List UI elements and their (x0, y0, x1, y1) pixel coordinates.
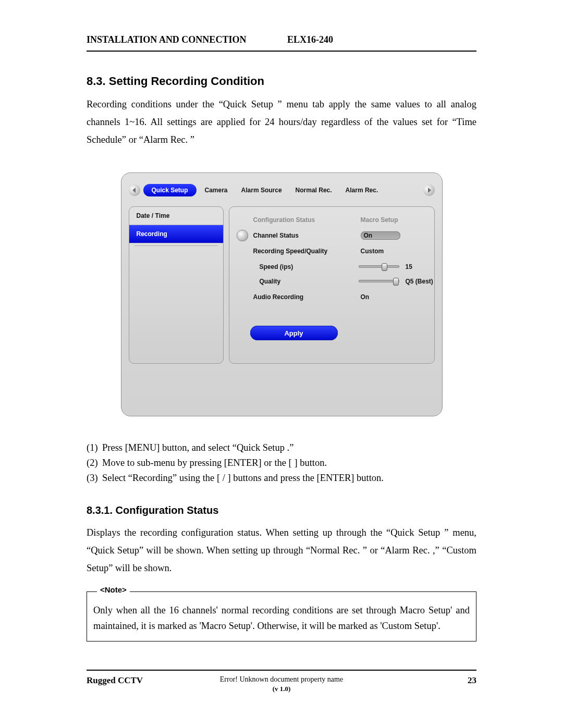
step-1: (1)Press [MENU] button, and select “Quic… (87, 440, 476, 455)
slider-quality-thumb[interactable] (393, 278, 399, 286)
slider-quality[interactable] (359, 277, 399, 285)
step-2-text: Move to sub-menu by pressing [ENTER] or … (102, 458, 327, 468)
label-recording-speed-quality: Recording Speed/Quality (253, 245, 328, 257)
label-speed-ips: Speed (ips) (260, 261, 293, 273)
value-channel-status-text: On (364, 232, 373, 239)
tabs-prev-icon[interactable] (129, 184, 140, 196)
step-3-text: Select “Recording” using the [ / ] butto… (102, 473, 384, 483)
footer-mid-line2: (v 1.0) (87, 685, 476, 693)
sidebar-item-date-time[interactable]: Date / Time (129, 207, 223, 225)
slider-speed-thumb[interactable] (382, 263, 387, 271)
subsection-body: Displays the recording configuration sta… (87, 524, 476, 577)
jog-icon[interactable] (237, 230, 248, 241)
footer-mid-line1: Error! Unknown document property name (87, 675, 476, 684)
apply-button[interactable]: Apply (250, 326, 338, 340)
sidebar: Date / Time Recording (129, 206, 224, 364)
step-3: (3)Select “Recording” using the [ / ] bu… (87, 471, 476, 486)
svg-marker-0 (132, 188, 136, 193)
sidebar-divider (134, 245, 218, 246)
footer-page-number: 23 (468, 675, 476, 686)
note-body: Only when all the 16 channels' normal re… (93, 602, 470, 634)
tab-camera[interactable]: Camera (200, 184, 233, 196)
steps-list: (1)Press [MENU] button, and select “Quic… (87, 440, 476, 486)
value-macro-setup: Macro Setup (361, 214, 398, 226)
note-box: Only when all the 16 channels' normal re… (87, 591, 476, 641)
section-intro: Recording conditions under the “Quick Se… (87, 95, 476, 149)
label-quality: Quality (260, 276, 281, 287)
section-heading: 8.3. Setting Recording Condition (87, 75, 476, 88)
step-1-text: Press [MENU] button, and select “Quick S… (102, 442, 293, 453)
value-audio-recording[interactable]: On (361, 291, 370, 303)
step-2: (2)Move to sub-menu by pressing [ENTER] … (87, 455, 476, 471)
device-screenshot: Quick Setup Camera Alarm Source Normal R… (121, 172, 443, 416)
tab-alarm-source[interactable]: Alarm Source (236, 184, 287, 196)
value-quality: Q5 (Best) (406, 276, 433, 287)
note-label: <Note> (97, 585, 130, 594)
svg-marker-1 (428, 188, 431, 193)
value-recording-speed-quality[interactable]: Custom (361, 245, 384, 257)
value-channel-status[interactable]: On (361, 230, 400, 241)
label-configuration-status: Configuration Status (253, 214, 315, 226)
tab-alarm-rec[interactable]: Alarm Rec. (340, 184, 384, 196)
footer-rule (87, 670, 476, 671)
label-channel-status: Channel Status (253, 230, 299, 241)
slider-speed[interactable] (359, 263, 399, 270)
tabs-next-icon[interactable] (423, 184, 435, 196)
value-speed: 15 (406, 261, 412, 273)
content-panel: Configuration Status Macro Setup Channel… (229, 206, 435, 364)
header-rule (87, 51, 476, 52)
subsection-heading: 8.3.1. Configuration Status (87, 504, 476, 516)
header-left: INSTALLATION AND CONNECTION (87, 34, 287, 45)
tab-normal-rec[interactable]: Normal Rec. (290, 184, 337, 196)
label-audio-recording: Audio Recording (253, 291, 304, 303)
tab-quick-setup[interactable]: Quick Setup (143, 184, 197, 196)
sidebar-item-recording[interactable]: Recording (129, 225, 223, 243)
header-right: ELX16-240 (287, 34, 333, 45)
